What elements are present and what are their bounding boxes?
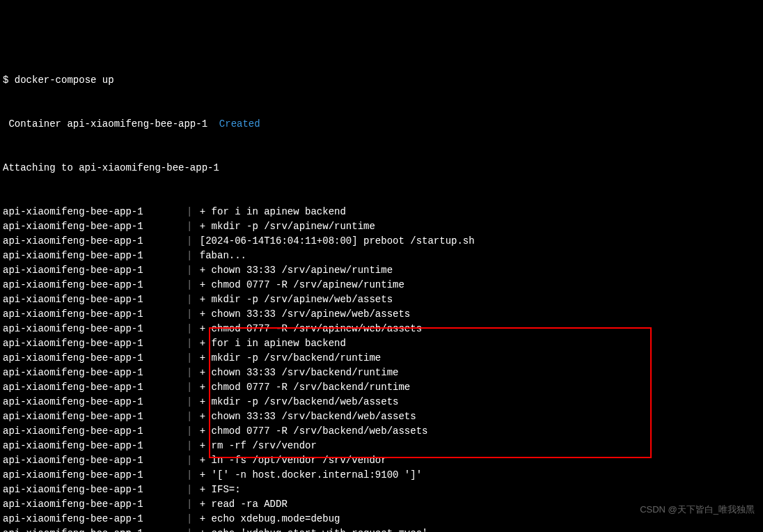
log-line: api-xiaomifeng-bee-app-1 | [2024-06-14T1…: [3, 234, 760, 249]
log-prefix: api-xiaomifeng-bee-app-1: [3, 409, 185, 424]
log-separator: |: [187, 263, 192, 278]
prompt-line: $ docker-compose up: [3, 73, 760, 88]
log-separator: |: [187, 322, 192, 336]
log-prefix: api-xiaomifeng-bee-app-1: [3, 453, 185, 468]
log-prefix: api-xiaomifeng-bee-app-1: [3, 336, 185, 351]
log-body: + chown 33:33 /srv/backend/web/assets: [194, 409, 760, 424]
log-prefix: api-xiaomifeng-bee-app-1: [3, 249, 185, 263]
log-body: + rm -rf /srv/vendor: [194, 439, 760, 453]
log-prefix: api-xiaomifeng-bee-app-1: [3, 292, 185, 307]
log-prefix: api-xiaomifeng-bee-app-1: [3, 468, 185, 483]
log-separator: |: [187, 453, 192, 468]
log-line: api-xiaomifeng-bee-app-1 | + chmod 0777 …: [3, 278, 760, 292]
log-prefix: api-xiaomifeng-bee-app-1: [3, 366, 185, 380]
log-body: + for i in apinew backend: [194, 205, 760, 219]
log-prefix: api-xiaomifeng-bee-app-1: [3, 512, 185, 526]
log-separator: |: [187, 424, 192, 439]
top-line: [3, 29, 760, 44]
log-separator: |: [187, 468, 192, 483]
log-prefix: api-xiaomifeng-bee-app-1: [3, 234, 185, 249]
log-body: + chmod 0777 -R /srv/backend/web/assets: [194, 424, 760, 439]
log-prefix: api-xiaomifeng-bee-app-1: [3, 439, 185, 453]
log-separator: |: [187, 526, 192, 532]
log-separator: |: [187, 439, 192, 453]
terminal-output[interactable]: $ docker-compose up Container api-xiaomi…: [0, 0, 763, 532]
command-text: docker-compose up: [15, 75, 114, 86]
log-separator: |: [187, 395, 192, 409]
log-prefix: api-xiaomifeng-bee-app-1: [3, 351, 185, 366]
log-body: + chmod 0777 -R /srv/apinew/web/assets: [194, 322, 760, 336]
log-body: + ln -fs /opt/vendor /srv/vendor: [194, 453, 760, 468]
log-line: api-xiaomifeng-bee-app-1 | + IFS=:: [3, 483, 760, 497]
log-separator: |: [187, 249, 192, 263]
log-prefix: api-xiaomifeng-bee-app-1: [3, 526, 185, 532]
log-line: api-xiaomifeng-bee-app-1 | + echo 'xdebu…: [3, 526, 760, 532]
log-prefix: api-xiaomifeng-bee-app-1: [3, 424, 185, 439]
log-body: + mkdir -p /srv/backend/runtime: [194, 351, 760, 366]
log-line: api-xiaomifeng-bee-app-1 | + chmod 0777 …: [3, 424, 760, 439]
log-prefix: api-xiaomifeng-bee-app-1: [3, 395, 185, 409]
log-body: + mkdir -p /srv/apinew/web/assets: [194, 292, 760, 307]
log-line: api-xiaomifeng-bee-app-1 | + mkdir -p /s…: [3, 351, 760, 366]
log-separator: |: [187, 483, 192, 497]
log-body: + chmod 0777 -R /srv/apinew/runtime: [194, 278, 760, 292]
log-separator: |: [187, 380, 192, 395]
log-line: api-xiaomifeng-bee-app-1 | + mkdir -p /s…: [3, 395, 760, 409]
log-body: + IFS=:: [194, 483, 760, 497]
log-prefix: api-xiaomifeng-bee-app-1: [3, 483, 185, 497]
log-separator: |: [187, 219, 192, 234]
log-body: + echo 'xdebug.start_with_request =yes': [194, 526, 760, 532]
log-separator: |: [187, 292, 192, 307]
log-prefix: api-xiaomifeng-bee-app-1: [3, 307, 185, 322]
log-line: api-xiaomifeng-bee-app-1 | + chown 33:33…: [3, 307, 760, 322]
log-line: api-xiaomifeng-bee-app-1 | + read -ra AD…: [3, 497, 760, 512]
log-line: api-xiaomifeng-bee-app-1 | + mkdir -p /s…: [3, 292, 760, 307]
log-line: api-xiaomifeng-bee-app-1 | + for i in ap…: [3, 336, 760, 351]
log-separator: |: [187, 512, 192, 526]
log-body: [2024-06-14T16:04:11+08:00] preboot /sta…: [194, 234, 760, 249]
log-separator: |: [187, 366, 192, 380]
status-created: Created: [219, 118, 260, 130]
log-separator: |: [187, 234, 192, 249]
log-line: api-xiaomifeng-bee-app-1 | + for i in ap…: [3, 205, 760, 219]
log-separator: |: [187, 409, 192, 424]
log-body: + read -ra ADDR: [194, 497, 760, 512]
log-body: + echo xdebug.mode=debug: [194, 512, 760, 526]
log-line: api-xiaomifeng-bee-app-1 | + chmod 0777 …: [3, 322, 760, 336]
log-body: + for i in apinew backend: [194, 336, 760, 351]
log-line: api-xiaomifeng-bee-app-1 | faban...: [3, 249, 760, 263]
attach-line: Attaching to api-xiaomifeng-bee-app-1: [3, 161, 760, 175]
log-separator: |: [187, 351, 192, 366]
log-line: api-xiaomifeng-bee-app-1 | + rm -rf /srv…: [3, 439, 760, 453]
log-body: + '[' -n host.docker.internal:9100 ']': [194, 468, 760, 483]
log-separator: |: [187, 336, 192, 351]
log-line: api-xiaomifeng-bee-app-1 | + echo xdebug…: [3, 512, 760, 526]
log-body: + mkdir -p /srv/apinew/runtime: [194, 219, 760, 234]
log-line: api-xiaomifeng-bee-app-1 | + chmod 0777 …: [3, 380, 760, 395]
log-separator: |: [187, 307, 192, 322]
log-prefix: api-xiaomifeng-bee-app-1: [3, 219, 185, 234]
log-line: api-xiaomifeng-bee-app-1 | + '[' -n host…: [3, 468, 760, 483]
log-line: api-xiaomifeng-bee-app-1 | + ln -fs /opt…: [3, 453, 760, 468]
log-body: + chown 33:33 /srv/apinew/runtime: [194, 263, 760, 278]
log-separator: |: [187, 205, 192, 219]
log-body: + mkdir -p /srv/backend/web/assets: [194, 395, 760, 409]
log-body: + chown 33:33 /srv/apinew/web/assets: [194, 307, 760, 322]
log-body: + chown 33:33 /srv/backend/runtime: [194, 366, 760, 380]
prompt-symbol: $: [3, 75, 8, 86]
log-prefix: api-xiaomifeng-bee-app-1: [3, 497, 185, 512]
log-line: api-xiaomifeng-bee-app-1 | + chown 33:33…: [3, 409, 760, 424]
log-prefix: api-xiaomifeng-bee-app-1: [3, 322, 185, 336]
log-separator: |: [187, 278, 192, 292]
log-line: api-xiaomifeng-bee-app-1 | + chown 33:33…: [3, 366, 760, 380]
log-prefix: api-xiaomifeng-bee-app-1: [3, 263, 185, 278]
log-prefix: api-xiaomifeng-bee-app-1: [3, 380, 185, 395]
container-line: Container api-xiaomifeng-bee-app-1 Creat…: [3, 117, 760, 132]
log-body: + chmod 0777 -R /srv/backend/runtime: [194, 380, 760, 395]
log-line: api-xiaomifeng-bee-app-1 | + mkdir -p /s…: [3, 219, 760, 234]
log-line: api-xiaomifeng-bee-app-1 | + chown 33:33…: [3, 263, 760, 278]
log-body: faban...: [194, 249, 760, 263]
log-prefix: api-xiaomifeng-bee-app-1: [3, 278, 185, 292]
log-prefix: api-xiaomifeng-bee-app-1: [3, 205, 185, 219]
log-separator: |: [187, 497, 192, 512]
